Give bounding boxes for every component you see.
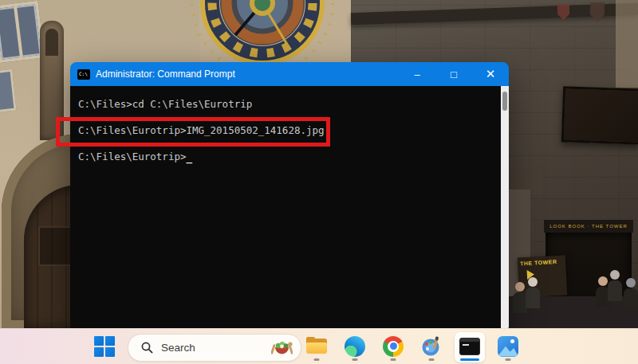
taskbar-app-dock [303, 328, 520, 364]
wallpaper-memorial-plaque [561, 86, 638, 144]
terminal-line: C:\Files>cd C:\Files\Eurotrip [78, 97, 493, 111]
taskbar-app-file-explorer[interactable] [305, 331, 329, 362]
taskbar-app-paint[interactable] [419, 331, 443, 362]
terminal-scrollbar[interactable] [501, 86, 509, 329]
search-placeholder: Search [161, 342, 271, 354]
edge-icon [345, 336, 365, 357]
scrollbar-thumb[interactable] [502, 92, 507, 111]
window-titlebar[interactable]: C:\ Administrator: Command Prompt – □ ✕ [70, 62, 509, 86]
wallpaper-door-sign: LOOK BOOK · THE TOWER [544, 220, 633, 233]
running-indicator [352, 358, 358, 361]
maximize-button[interactable]: □ [435, 62, 472, 86]
photos-icon [498, 336, 518, 357]
tower-sign-text: THE TOWER [520, 259, 563, 267]
minimize-button[interactable]: – [399, 62, 435, 86]
wallpaper-person [610, 270, 622, 301]
running-indicator [506, 358, 511, 361]
desktop: LOOK BOOK · THE TOWER THE TOWER C:\ Ad [0, 0, 638, 364]
running-indicator [429, 358, 435, 361]
search-box[interactable]: Search [128, 334, 301, 362]
terminal-cursor: _ [186, 151, 192, 164]
command-prompt-window: C:\ Administrator: Command Prompt – □ ✕ … [70, 62, 509, 329]
command-prompt-icon [459, 338, 480, 355]
taskbar-app-photos[interactable] [496, 331, 520, 362]
active-indicator [460, 358, 479, 361]
running-indicator [314, 358, 320, 361]
wallpaper-window [0, 1, 45, 64]
terminal-prompt-line: C:\Files\Eurotrip>_ [78, 150, 493, 163]
windows-logo-icon [94, 336, 104, 346]
search-icon [141, 342, 153, 354]
taskbar-app-edge[interactable] [343, 331, 367, 362]
taskbar-app-chrome[interactable] [381, 331, 405, 362]
paint-icon [421, 336, 442, 357]
annotation-red-rectangle [56, 117, 330, 147]
window-title: Administrator: Command Prompt [96, 68, 399, 80]
running-indicator [391, 358, 396, 361]
cmd-icon: C:\ [77, 69, 90, 80]
salad-bowl-icon [271, 339, 293, 357]
file-explorer-icon [306, 339, 327, 354]
close-button[interactable]: ✕ [472, 62, 509, 86]
chrome-icon [383, 336, 404, 357]
terminal-prompt-text: C:\Files\Eurotrip> [78, 151, 186, 162]
wallpaper-person [626, 278, 638, 309]
wallpaper-person [528, 277, 540, 308]
door-sign-text: LOOK BOOK · THE TOWER [549, 224, 628, 229]
start-button[interactable] [94, 336, 115, 357]
wallpaper-light-patch [616, 0, 638, 88]
taskbar-app-command-prompt[interactable] [458, 331, 482, 362]
